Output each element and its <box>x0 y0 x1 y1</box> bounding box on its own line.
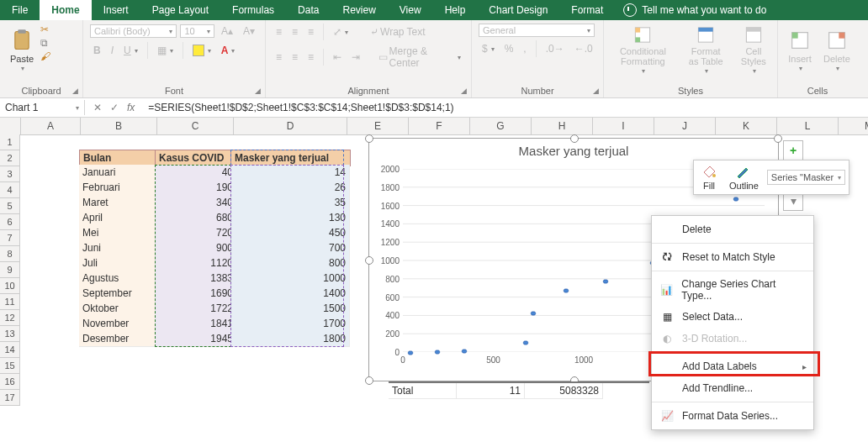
row-header-14[interactable]: 14 <box>0 342 20 358</box>
col-header-I[interactable]: I <box>593 118 654 135</box>
accounting-icon[interactable]: $▾ <box>479 41 498 56</box>
tab-help[interactable]: Help <box>433 0 478 20</box>
align-left-icon[interactable]: ≡ <box>273 50 285 65</box>
cell-B5[interactable]: Maret <box>79 195 161 211</box>
cell-B9[interactable]: Juli <box>79 255 161 271</box>
mini-series-combo[interactable]: Series "Masker▾ <box>767 170 845 185</box>
decrease-indent-icon[interactable]: ⇤ <box>330 50 345 65</box>
merge-center-button[interactable]: ▭ Merge & Center▾ <box>375 44 464 71</box>
col-header-E[interactable]: E <box>347 118 409 135</box>
row-header-7[interactable]: 7 <box>0 230 20 246</box>
cell-D7[interactable]: 450 <box>230 225 350 241</box>
row-header-5[interactable]: 5 <box>0 198 20 214</box>
tab-data[interactable]: Data <box>286 0 331 20</box>
fill-color-button[interactable]: ▾ <box>189 43 214 58</box>
cell-D4[interactable]: 26 <box>230 180 350 196</box>
col-header-B[interactable]: B <box>81 118 157 135</box>
cell-D9[interactable]: 800 <box>230 255 350 271</box>
cell-C2[interactable]: Kasus COVID <box>155 150 238 166</box>
row-header-1[interactable]: 1 <box>0 134 20 150</box>
ctx-format-data-series[interactable]: 📈Format Data Series... <box>652 405 813 427</box>
tab-formulas[interactable]: Formulas <box>220 0 286 20</box>
cell-C9[interactable]: 1120 <box>155 255 237 271</box>
row-header-2[interactable]: 2 <box>0 150 20 166</box>
tell-me[interactable]: Tell me what you want to do <box>642 4 766 16</box>
tab-chart-design[interactable]: Chart Design <box>477 0 559 20</box>
cell-D13[interactable]: 1700 <box>230 316 350 332</box>
ctx-select-data[interactable]: ▦Select Data... <box>652 306 813 328</box>
tab-page-layout[interactable]: Page Layout <box>140 0 220 20</box>
cell-C3[interactable]: 40 <box>155 165 237 181</box>
copy-icon[interactable]: ⧉ <box>40 37 50 49</box>
border-button[interactable]: ▦▾ <box>154 43 177 58</box>
ctx-delete[interactable]: Delete <box>652 218 813 240</box>
increase-font-icon[interactable]: A▴ <box>218 24 236 39</box>
cell-B13[interactable]: November <box>79 316 161 332</box>
col-header-J[interactable]: J <box>654 118 716 135</box>
row-header-8[interactable]: 8 <box>0 246 20 262</box>
select-all-corner[interactable] <box>0 118 21 135</box>
cell-C10[interactable]: 1383 <box>155 271 237 287</box>
col-header-M[interactable]: M <box>839 118 868 135</box>
data-point[interactable] <box>407 347 414 354</box>
row-header-10[interactable]: 10 <box>0 278 20 294</box>
increase-decimal-icon[interactable]: .0→ <box>542 41 568 56</box>
cell-B7[interactable]: Mei <box>79 225 161 241</box>
cell-D12[interactable]: 1500 <box>230 301 350 317</box>
cell-C13[interactable]: 1841 <box>155 316 237 332</box>
fx-icon[interactable]: fx <box>127 102 135 113</box>
ctx-add-data-labels[interactable]: Add Data Labels▸ <box>652 355 813 377</box>
cancel-formula-icon[interactable]: ✕ <box>93 102 102 113</box>
cell-C6[interactable]: 680 <box>155 210 237 226</box>
ctx-reset[interactable]: 🗘Reset to Match Style <box>652 246 813 268</box>
col-header-C[interactable]: C <box>157 118 234 135</box>
ctx-change-chart-type[interactable]: 📊Change Series Chart Type... <box>652 274 813 306</box>
row-header-16[interactable]: 16 <box>0 374 20 390</box>
conditional-formatting-button[interactable]: Conditional Formatting▾ <box>611 24 675 77</box>
underline-button[interactable]: U▾ <box>120 43 141 58</box>
col-header-F[interactable]: F <box>409 118 470 135</box>
cell-styles-button[interactable]: Cell Styles▾ <box>737 24 770 77</box>
cell-B8[interactable]: Juni <box>79 240 161 256</box>
format-painter-icon[interactable]: 🖌 <box>40 50 50 62</box>
cell-B3[interactable]: Januari <box>79 165 161 181</box>
cell-C14[interactable]: 1945 <box>155 331 237 347</box>
cell-B14[interactable]: Desember <box>79 331 161 347</box>
row-header-12[interactable]: 12 <box>0 310 20 326</box>
cell-C11[interactable]: 1690 <box>155 286 237 302</box>
align-top-icon[interactable]: ≡ <box>273 24 285 39</box>
cell-B10[interactable]: Agustus <box>79 271 161 287</box>
col-header-L[interactable]: L <box>777 118 839 135</box>
ctx-add-trendline[interactable]: Add Trendline... <box>652 377 813 399</box>
insert-cells-button[interactable]: Insert▾ <box>785 24 815 77</box>
data-point[interactable] <box>563 285 569 292</box>
cell-B12[interactable]: Oktober <box>79 301 161 317</box>
align-center-icon[interactable]: ≡ <box>288 50 301 65</box>
enter-formula-icon[interactable]: ✓ <box>110 102 119 113</box>
cell-D14[interactable]: 1800 <box>230 331 350 347</box>
align-right-icon[interactable]: ≡ <box>304 50 317 65</box>
cell-B6[interactable]: April <box>79 210 161 226</box>
row-header-9[interactable]: 9 <box>0 262 20 278</box>
paste-button[interactable]: Paste▾ <box>7 24 37 77</box>
data-point[interactable] <box>461 345 468 352</box>
cell-D2[interactable]: Masker yang terjual <box>230 150 351 166</box>
decrease-font-icon[interactable]: A▾ <box>240 24 258 39</box>
row-header-13[interactable]: 13 <box>0 326 20 342</box>
cell-B4[interactable]: Februari <box>79 180 161 196</box>
align-middle-icon[interactable]: ≡ <box>288 24 301 39</box>
tab-view[interactable]: View <box>388 0 433 20</box>
data-point[interactable] <box>530 308 537 314</box>
cell-D6[interactable]: 130 <box>230 210 350 226</box>
tab-format[interactable]: Format <box>559 0 615 20</box>
row-header-3[interactable]: 3 <box>0 166 20 182</box>
data-point[interactable] <box>522 337 529 344</box>
percent-icon[interactable]: % <box>501 41 517 56</box>
format-as-table-button[interactable]: Format as Table▾ <box>682 24 730 77</box>
orientation-icon[interactable]: ⤢▾ <box>330 24 352 39</box>
font-color-button[interactable]: A▾ <box>218 43 239 58</box>
cell-B2[interactable]: Bulan <box>79 150 162 166</box>
cut-icon[interactable]: ✂ <box>40 24 50 35</box>
tab-home[interactable]: Home <box>40 0 91 20</box>
formula-bar[interactable]: =SERIES(Sheet1!$D$2;Sheet1!$C$3:$C$14;Sh… <box>143 100 868 115</box>
